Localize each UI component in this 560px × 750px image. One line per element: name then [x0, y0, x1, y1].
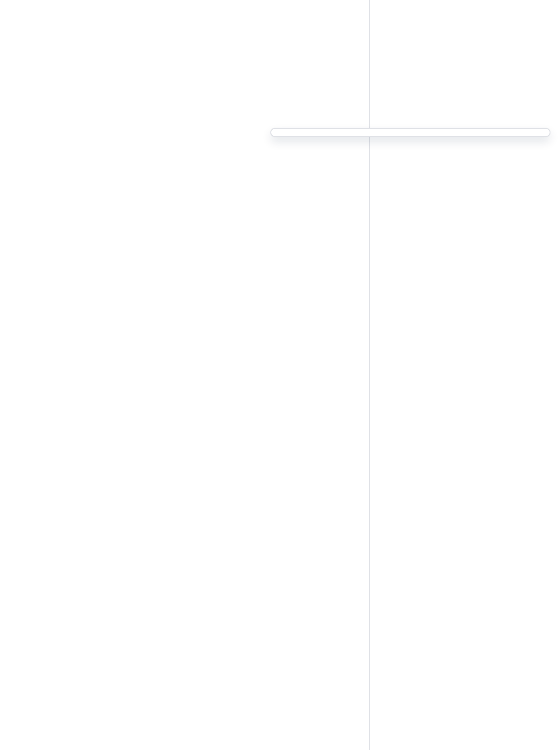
page-tree-sidebar	[0, 0, 356, 750]
page-actions-menu	[270, 128, 550, 137]
vertical-divider	[369, 0, 370, 750]
